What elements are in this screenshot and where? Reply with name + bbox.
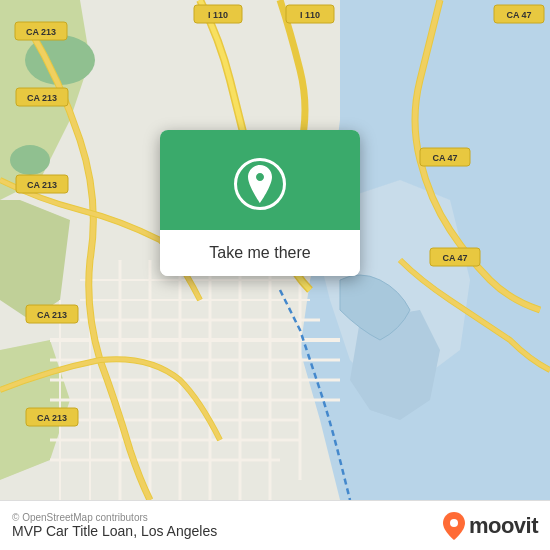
svg-text:CA 213: CA 213: [26, 27, 56, 37]
moovit-logo: moovit: [443, 512, 538, 540]
bottom-left-info: © OpenStreetMap contributors MVP Car Tit…: [12, 512, 217, 539]
svg-text:CA 213: CA 213: [37, 310, 67, 320]
svg-text:I 110: I 110: [208, 10, 228, 20]
moovit-brand-text: moovit: [469, 513, 538, 539]
svg-text:CA 47: CA 47: [432, 153, 457, 163]
svg-text:I 110: I 110: [300, 10, 320, 20]
svg-text:CA 213: CA 213: [37, 413, 67, 423]
map-area: CA 213 CA 213 CA 213 CA 213 CA 213 I 110…: [0, 0, 550, 500]
popup-header: [160, 130, 360, 230]
bottom-bar: © OpenStreetMap contributors MVP Car Tit…: [0, 500, 550, 550]
location-pin-icon: [234, 158, 286, 210]
svg-text:CA 213: CA 213: [27, 93, 57, 103]
svg-text:CA 47: CA 47: [442, 253, 467, 263]
svg-point-48: [450, 519, 458, 527]
take-me-there-button[interactable]: Take me there: [160, 230, 360, 276]
svg-text:CA 213: CA 213: [27, 180, 57, 190]
popup-card: Take me there: [160, 130, 360, 276]
svg-point-8: [10, 145, 50, 175]
moovit-pin-icon: [443, 512, 465, 540]
location-title: MVP Car Title Loan, Los Angeles: [12, 523, 217, 539]
svg-text:CA 47: CA 47: [506, 10, 531, 20]
attribution-text: © OpenStreetMap contributors: [12, 512, 217, 523]
